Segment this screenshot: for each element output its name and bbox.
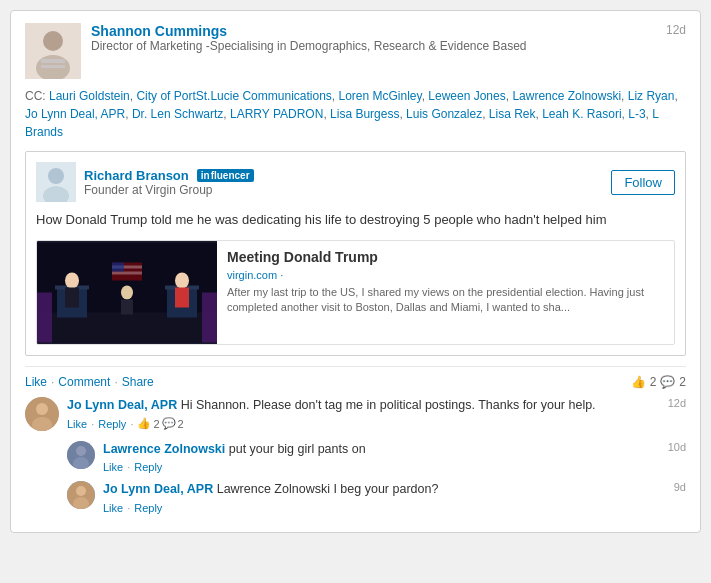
comment-1-actions: Like · Reply · 👍 2 💬 2: [67, 417, 686, 430]
comment-1-time: 12d: [668, 397, 686, 409]
nested-comment-2: Jo Lynn Deal, APR Lawrence Zolnowski I b…: [67, 481, 686, 514]
share-action[interactable]: Share: [122, 375, 154, 389]
svg-rect-15: [65, 287, 79, 307]
comment-1-reply[interactable]: Reply: [98, 418, 126, 430]
nested-1-avatar: [67, 441, 95, 469]
cc-label: CC:: [25, 89, 46, 103]
svg-rect-18: [37, 292, 52, 342]
comment-1: Jo Lynn Deal, APR Hi Shannon. Please don…: [25, 397, 686, 431]
svg-point-1: [43, 31, 63, 51]
comment-1-body: Jo Lynn Deal, APR Hi Shannon. Please don…: [67, 397, 686, 431]
cc-person-10[interactable]: Lisa Burgess: [330, 107, 399, 121]
likes-count: 2: [650, 375, 657, 389]
svg-rect-24: [112, 271, 142, 274]
nested-comment-1: Lawrence Zolnowski put your big girl pan…: [67, 441, 686, 474]
svg-rect-4: [41, 65, 65, 68]
cc-line: CC: Lauri Goldstein, City of PortSt.Luci…: [25, 87, 686, 141]
cc-person-6[interactable]: Liz Ryan: [628, 89, 675, 103]
comment-1-reactions: 👍 2 💬 2: [137, 417, 183, 430]
link-thumbnail: [37, 241, 217, 344]
svg-rect-19: [202, 292, 217, 342]
nested-1-actions: Like · Reply: [103, 461, 686, 473]
svg-point-6: [48, 168, 64, 184]
follow-button[interactable]: Follow: [611, 170, 675, 195]
nested-1-text: Lawrence Zolnowski put your big girl pan…: [103, 441, 686, 459]
badge-text: fluencer: [211, 170, 250, 181]
author-title: Director of Marketing -Specialising in D…: [91, 39, 686, 53]
cc-person-11[interactable]: Luis Gonzalez: [406, 107, 482, 121]
shared-post: Richard Branson influencer Founder at Vi…: [25, 151, 686, 356]
cc-person-12[interactable]: Lisa Rek: [489, 107, 536, 121]
comment-1-like[interactable]: Like: [67, 418, 87, 430]
svg-rect-25: [112, 262, 124, 271]
comment-bubble-icon: 💬: [660, 375, 675, 389]
svg-rect-21: [121, 299, 133, 314]
cc-person-8[interactable]: Dr. Len Schwartz: [132, 107, 223, 121]
link-preview[interactable]: Meeting Donald Trump virgin.com · After …: [36, 240, 675, 345]
cc-person-4[interactable]: Leween Jones: [428, 89, 505, 103]
nested-1-like[interactable]: Like: [103, 461, 123, 473]
author-avatar: [25, 23, 81, 79]
svg-point-14: [65, 272, 79, 288]
svg-point-33: [76, 486, 86, 496]
nested-2-author[interactable]: Jo Lynn Deal, APR: [103, 482, 213, 496]
link-source: virgin.com ·: [227, 269, 664, 281]
comments-section: Jo Lynn Deal, APR Hi Shannon. Please don…: [25, 397, 686, 514]
link-title: Meeting Donald Trump: [227, 249, 664, 265]
nested-2-reply[interactable]: Reply: [134, 502, 162, 514]
shared-author-name[interactable]: Richard Branson: [84, 168, 189, 183]
bubble-icon-c1: 💬: [162, 417, 176, 430]
post-header-row: Shannon Cummings 12d: [91, 23, 686, 39]
comment-1-author[interactable]: Jo Lynn Deal, APR: [67, 398, 177, 412]
nested-1-body: Lawrence Zolnowski put your big girl pan…: [103, 441, 686, 474]
comment-1-avatar: [25, 397, 59, 431]
shared-author-avatar: [36, 162, 76, 202]
reaction-group: 👍 2 💬 2: [631, 375, 686, 389]
thumbs-up-icon-c1: 👍: [137, 417, 151, 430]
nested-2-avatar: [67, 481, 95, 509]
shared-author-row: Richard Branson influencer Founder at Vi…: [36, 162, 675, 202]
svg-point-16: [175, 272, 189, 288]
cc-person-1[interactable]: Lauri Goldstein: [49, 89, 130, 103]
comments-count: 2: [679, 375, 686, 389]
svg-point-27: [36, 403, 48, 415]
influencer-badge: influencer: [197, 169, 254, 182]
comment-1-text: Jo Lynn Deal, APR Hi Shannon. Please don…: [67, 397, 686, 415]
action-sep-2: ·: [114, 375, 117, 389]
svg-rect-3: [41, 59, 65, 63]
cc-person-2[interactable]: City of PortSt.Lucie Communications: [136, 89, 331, 103]
cc-person-3[interactable]: Loren McGinley: [339, 89, 422, 103]
cc-person-14[interactable]: L-3: [628, 107, 645, 121]
svg-rect-17: [175, 287, 189, 307]
action-sep-1: ·: [51, 375, 54, 389]
post-timestamp: 12d: [666, 23, 686, 37]
link-desc: After my last trip to the US, I shared m…: [227, 285, 664, 316]
in-logo: in: [201, 170, 210, 181]
nested-2-actions: Like · Reply: [103, 502, 686, 514]
thumbs-up-icon: 👍: [631, 375, 646, 389]
post-header: Shannon Cummings 12d Director of Marketi…: [25, 23, 686, 79]
shared-quote: How Donald Trump told me he was dedicati…: [36, 210, 675, 230]
cc-person-13[interactable]: Leah K. Rasori: [542, 107, 621, 121]
post-meta: Shannon Cummings 12d Director of Marketi…: [91, 23, 686, 57]
comment-action[interactable]: Comment: [58, 375, 110, 389]
nested-2-text: Jo Lynn Deal, APR Lawrence Zolnowski I b…: [103, 481, 686, 499]
nested-1-author[interactable]: Lawrence Zolnowski: [103, 442, 225, 456]
link-info: Meeting Donald Trump virgin.com · After …: [217, 241, 674, 344]
cc-person-5[interactable]: Lawrence Zolnowski: [512, 89, 621, 103]
svg-point-30: [76, 446, 86, 456]
shared-author-info: Richard Branson influencer Founder at Vi…: [84, 168, 254, 197]
nested-2-like[interactable]: Like: [103, 502, 123, 514]
shared-author-title: Founder at Virgin Group: [84, 183, 254, 197]
cc-person-7[interactable]: Jo Lynn Deal, APR: [25, 107, 125, 121]
nested-2-body: Jo Lynn Deal, APR Lawrence Zolnowski I b…: [103, 481, 686, 514]
post-actions: Like · Comment · Share 👍 2 💬 2: [25, 366, 686, 389]
cc-person-9[interactable]: LARRY PADRON: [230, 107, 323, 121]
nested-2-time: 9d: [674, 481, 686, 493]
nested-1-reply[interactable]: Reply: [134, 461, 162, 473]
like-action[interactable]: Like: [25, 375, 47, 389]
author-name[interactable]: Shannon Cummings: [91, 23, 227, 39]
svg-point-20: [121, 285, 133, 299]
nested-1-time: 10d: [668, 441, 686, 453]
shared-author-name-row: Richard Branson influencer: [84, 168, 254, 183]
